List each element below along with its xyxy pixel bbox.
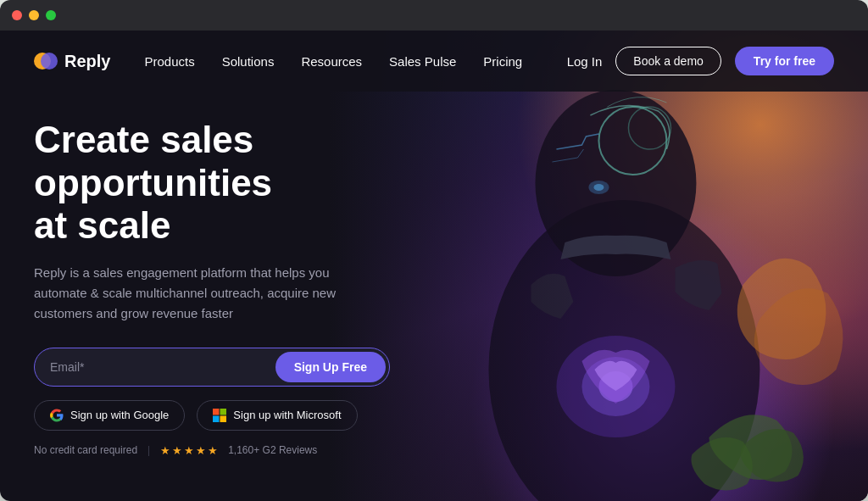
traffic-light-yellow[interactable]: [29, 10, 39, 20]
signup-free-button[interactable]: Sign Up Free: [275, 352, 386, 382]
logo-area[interactable]: Reply: [34, 49, 110, 73]
star-5: ★: [208, 444, 218, 457]
svg-rect-11: [213, 409, 220, 415]
hero-title-line2: at scale: [34, 204, 170, 246]
svg-rect-14: [220, 415, 227, 422]
star-rating: ★ ★ ★ ★ ★: [160, 444, 218, 457]
try-free-button[interactable]: Try for free: [735, 47, 834, 75]
google-signup-button[interactable]: Sign up with Google: [34, 400, 185, 431]
trust-divider: |: [147, 444, 150, 456]
logo-icon: [34, 49, 58, 73]
nav-link-products[interactable]: Products: [144, 54, 194, 69]
nav-links: Products Solutions Resources Sales Pulse…: [144, 54, 566, 69]
signup-form: Sign Up Free: [34, 348, 390, 387]
svg-rect-12: [220, 409, 227, 415]
svg-rect-13: [213, 415, 220, 422]
nav-link-sales-pulse[interactable]: Sales Pulse: [389, 54, 456, 69]
trust-bar: No credit card required | ★ ★ ★ ★ ★ 1,16…: [34, 444, 834, 457]
microsoft-signup-label: Sign up with Microsoft: [233, 409, 341, 421]
page-content: Reply Products Solutions Resources Sales…: [0, 31, 868, 501]
microsoft-icon: [213, 409, 226, 422]
nav-actions: Log In Book a demo Try for free: [567, 47, 834, 75]
svg-point-10: [41, 53, 58, 70]
hero-title: Create sales opportunities at scale: [34, 119, 441, 248]
hero-subtitle: Reply is a sales engagement platform tha…: [34, 263, 373, 324]
no-credit-card-text: No credit card required: [34, 444, 137, 456]
nav-link-pricing[interactable]: Pricing: [483, 54, 522, 69]
book-demo-button[interactable]: Book a demo: [615, 47, 721, 75]
star-1: ★: [160, 444, 170, 457]
hero-section: Create sales opportunities at scale Repl…: [0, 92, 868, 501]
reviews-count: 1,160+ G2 Reviews: [228, 444, 317, 456]
star-3: ★: [184, 444, 194, 457]
traffic-light-green[interactable]: [46, 10, 56, 20]
navbar: Reply Products Solutions Resources Sales…: [0, 31, 868, 92]
login-button[interactable]: Log In: [567, 54, 603, 69]
browser-chrome: [0, 0, 868, 31]
traffic-light-red[interactable]: [12, 10, 22, 20]
star-2: ★: [172, 444, 182, 457]
social-buttons: Sign up with Google Sign up with Microso…: [34, 400, 834, 431]
email-input[interactable]: [50, 360, 275, 374]
nav-link-resources[interactable]: Resources: [301, 54, 362, 69]
google-icon: [50, 409, 64, 422]
hero-title-line1: Create sales opportunities: [34, 119, 272, 203]
nav-link-solutions[interactable]: Solutions: [222, 54, 275, 69]
google-signup-label: Sign up with Google: [70, 409, 169, 421]
microsoft-signup-button[interactable]: Sign up with Microsoft: [197, 400, 357, 431]
logo-text: Reply: [64, 52, 110, 71]
browser-window: Reply Products Solutions Resources Sales…: [0, 0, 868, 501]
star-4: ★: [196, 444, 206, 457]
